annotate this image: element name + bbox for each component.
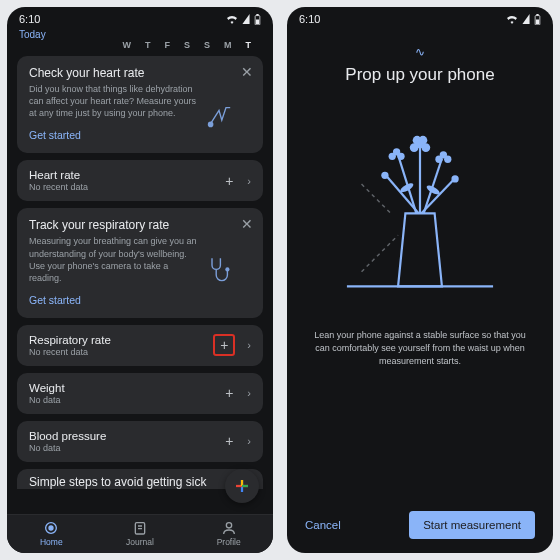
close-icon[interactable]: ✕ — [241, 64, 253, 80]
weekday-strip: W T F S S M T — [7, 40, 273, 56]
flowers-vase-illustration — [345, 111, 495, 301]
prop-title: Prop up your phone — [345, 65, 494, 85]
heart-rate-row[interactable]: Heart rate No recent data + › — [17, 160, 263, 201]
signal-icon — [521, 14, 531, 24]
heart-rate-illustration — [205, 102, 233, 130]
status-bar: 6:10 — [7, 7, 273, 27]
google-plus-icon — [233, 477, 251, 495]
svg-point-3 — [208, 122, 214, 128]
measurement-intro: ∿ Prop up your phone Lean your phone aga… — [287, 27, 553, 499]
status-icons — [226, 14, 261, 25]
phone-right: 6:10 ∿ Prop up your phone — [287, 7, 553, 553]
cancel-button[interactable]: Cancel — [305, 519, 341, 531]
chevron-right-icon[interactable]: › — [247, 435, 251, 447]
status-bar: 6:10 — [287, 7, 553, 27]
weight-row[interactable]: Weight No data + › — [17, 373, 263, 414]
wifi-icon — [506, 14, 518, 24]
svg-point-10 — [226, 523, 231, 528]
svg-rect-1 — [256, 14, 258, 16]
svg-point-30 — [444, 156, 451, 163]
nav-journal[interactable]: Journal — [96, 515, 185, 553]
chevron-right-icon[interactable]: › — [247, 175, 251, 187]
svg-line-17 — [424, 159, 442, 214]
status-time: 6:10 — [299, 13, 320, 25]
svg-line-36 — [362, 235, 399, 272]
svg-point-4 — [225, 268, 229, 272]
stethoscope-illustration — [205, 254, 233, 282]
status-time: 6:10 — [19, 13, 40, 25]
chevron-right-icon[interactable]: › — [247, 339, 251, 351]
svg-point-27 — [397, 153, 404, 160]
profile-icon — [221, 520, 237, 536]
prop-desc: Lean your phone against a stable surface… — [311, 329, 529, 368]
respiratory-promo-card[interactable]: Track your respiratory rate Measuring yo… — [17, 208, 263, 318]
today-label: Today — [7, 27, 273, 40]
svg-rect-12 — [536, 14, 538, 16]
wave-icon: ∿ — [415, 45, 425, 59]
add-icon[interactable]: + — [225, 173, 233, 189]
card-title: Track your respiratory rate — [29, 218, 251, 232]
svg-point-32 — [451, 175, 458, 182]
bottom-nav: Home Journal Profile — [7, 514, 273, 553]
svg-rect-13 — [536, 19, 539, 24]
svg-line-19 — [421, 180, 452, 213]
phone-left: 6:10 Today W T F S S M T Check your hear… — [7, 7, 273, 553]
battery-icon — [254, 14, 261, 25]
fab-add-button[interactable] — [225, 469, 259, 503]
respiratory-rate-row[interactable]: Respiratory rate No recent data + › — [17, 325, 263, 366]
chevron-right-icon[interactable]: › — [247, 387, 251, 399]
svg-line-18 — [387, 177, 418, 214]
svg-point-29 — [435, 156, 442, 163]
nav-home[interactable]: Home — [7, 515, 96, 553]
action-bar: Cancel Start measurement — [287, 499, 553, 553]
blood-pressure-row[interactable]: Blood pressure No data + › — [17, 421, 263, 462]
svg-point-6 — [49, 526, 53, 530]
svg-point-24 — [419, 136, 428, 145]
nav-profile[interactable]: Profile — [184, 515, 273, 553]
add-respiratory-button[interactable]: + — [213, 334, 235, 356]
svg-line-35 — [362, 184, 391, 213]
start-measurement-button[interactable]: Start measurement — [409, 511, 535, 539]
add-icon[interactable]: + — [225, 385, 233, 401]
signal-icon — [241, 14, 251, 24]
home-icon — [43, 520, 59, 536]
wifi-icon — [226, 14, 238, 24]
svg-point-26 — [389, 153, 396, 160]
status-icons — [506, 14, 541, 25]
heart-rate-promo-card[interactable]: Check your heart rate Did you know that … — [17, 56, 263, 153]
get-started-link[interactable]: Get started — [29, 294, 81, 306]
card-title: Check your heart rate — [29, 66, 251, 80]
svg-rect-2 — [256, 19, 259, 24]
add-icon[interactable]: + — [225, 433, 233, 449]
journal-icon — [132, 520, 148, 536]
svg-point-31 — [381, 172, 388, 179]
battery-icon — [534, 14, 541, 25]
close-icon[interactable]: ✕ — [241, 216, 253, 232]
svg-line-16 — [398, 155, 416, 213]
main-scroll[interactable]: Check your heart rate Did you know that … — [7, 56, 273, 514]
get-started-link[interactable]: Get started — [29, 129, 81, 141]
